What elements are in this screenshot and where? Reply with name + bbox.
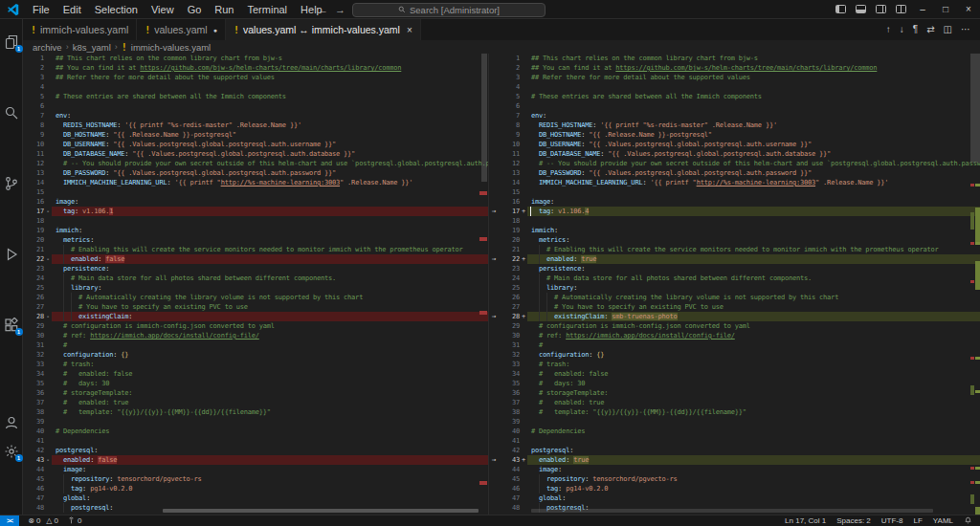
vertical-scrollbar[interactable]: [970, 54, 980, 163]
menu-run[interactable]: Run: [208, 4, 240, 15]
code-line-content[interactable]: image:: [52, 197, 488, 207]
code-line-content[interactable]: # configuration is immich-config.json co…: [527, 321, 980, 331]
code-line-content[interactable]: [52, 82, 488, 92]
code-line-content[interactable]: # enabled: true: [52, 398, 488, 407]
cursor-position[interactable]: Ln 17, Col 1: [785, 516, 826, 525]
toggle-panel-icon[interactable]: [856, 5, 866, 13]
remote-indicator[interactable]: ><: [0, 515, 19, 526]
code-line-content[interactable]: # Main data store for all photos shared …: [527, 274, 980, 283]
menu-view[interactable]: View: [145, 4, 181, 15]
menu-file[interactable]: File: [26, 4, 56, 15]
code-line-content[interactable]: [527, 101, 980, 111]
code-line-content[interactable]: # You have to specify an existing PVC to…: [527, 302, 980, 312]
breadcrumb-item-immich-values.yaml[interactable]: immich-values.yaml: [131, 42, 211, 53]
code-line-content[interactable]: enabled: false: [52, 455, 488, 465]
revert-change-arrow-icon[interactable]: →: [489, 207, 499, 216]
code-line-content[interactable]: DB_PASSWORD: "{{ .Values.postgresql.glob…: [52, 168, 488, 178]
close-window-button[interactable]: ×: [957, 4, 980, 14]
code-line-content[interactable]: existingClaim:: [52, 312, 488, 321]
ports-status[interactable]: 0: [67, 516, 81, 525]
code-line-content[interactable]: # Main data store for all photos shared …: [52, 274, 488, 283]
code-line-content[interactable]: [52, 187, 488, 197]
customize-layout-icon[interactable]: [896, 5, 906, 13]
code-line-content[interactable]: # Dependencies: [527, 427, 980, 436]
activity-source-control[interactable]: [4, 176, 19, 191]
activity-run-and-debug[interactable]: [4, 247, 19, 262]
revert-change-arrow-icon[interactable]: →: [489, 455, 499, 465]
code-line-content[interactable]: tag: v1.106.4: [527, 207, 980, 216]
code-line-content[interactable]: tag: pg14-v0.2.0: [52, 484, 488, 493]
code-line-content[interactable]: # -- You should provide your own secret …: [52, 159, 488, 168]
code-line-content[interactable]: ## This chart relies on the common libra…: [52, 54, 488, 63]
code-line-content[interactable]: [52, 101, 488, 111]
code-line-content[interactable]: enabled: true: [527, 455, 980, 465]
code-line-content[interactable]: enabled: true: [527, 254, 980, 264]
code-line-content[interactable]: persistence:: [527, 264, 980, 274]
code-line-content[interactable]: configuration: {}: [52, 350, 488, 360]
code-line-content[interactable]: REDIS_HOSTNAME: '{{ printf "%s-redis-mas…: [527, 121, 980, 130]
code-line-content[interactable]: persistence:: [52, 264, 488, 274]
code-line-content[interactable]: # -- You should provide your own secret …: [527, 159, 980, 168]
code-line-content[interactable]: DB_USERNAME: "{{ .Values.postgresql.glob…: [52, 140, 488, 149]
code-line-content[interactable]: #: [527, 340, 980, 350]
previous-change-icon[interactable]: ↑: [886, 19, 891, 40]
code-line-content[interactable]: DB_HOSTNAME: "{{ .Release.Name }}-postgr…: [527, 130, 980, 140]
code-line-content[interactable]: ## You can find it at https://github.com…: [527, 63, 980, 73]
menu-terminal[interactable]: Terminal: [241, 4, 295, 15]
code-line-content[interactable]: # Enabling this will create the service …: [527, 245, 980, 254]
code-line-content[interactable]: image:: [527, 465, 980, 474]
code-line-content[interactable]: # trash:: [527, 360, 980, 369]
code-line-content[interactable]: # trash:: [52, 360, 488, 369]
code-line-content[interactable]: repository: tensorchord/pgvecto-rs: [52, 474, 488, 484]
activity-search[interactable]: [4, 105, 19, 121]
activity-accounts[interactable]: [4, 415, 19, 430]
code-line-content[interactable]: # ref: https://immich.app/docs/install/c…: [527, 331, 980, 340]
vertical-scrollbar[interactable]: [481, 54, 487, 182]
code-line-content[interactable]: # ref: https://immich.app/docs/install/c…: [52, 331, 488, 340]
code-line-content[interactable]: tag: v1.106.1: [52, 207, 488, 216]
code-line-content[interactable]: DB_DATABASE_NAME: "{{ .Values.postgresql…: [52, 149, 488, 159]
code-line-content[interactable]: [527, 187, 980, 197]
code-line-content[interactable]: # Dependencies: [52, 427, 488, 436]
code-line-content[interactable]: ## Refer there for more detail about the…: [527, 73, 980, 82]
code-line-content[interactable]: [52, 417, 488, 427]
code-line-content[interactable]: # These entries are shared between all t…: [527, 92, 980, 101]
code-line-content[interactable]: immich:: [52, 226, 488, 235]
activity-settings[interactable]: 1: [4, 444, 19, 459]
code-line-content[interactable]: library:: [52, 283, 488, 293]
code-line-content[interactable]: [52, 436, 488, 446]
code-line-content[interactable]: ## Refer there for more detail about the…: [52, 73, 488, 82]
code-line-content[interactable]: existingClaim: smb-truenas-photo: [527, 312, 980, 321]
tab-values-yaml-immich-values-yaml[interactable]: !values.yaml ↔ immich-values.yaml×: [226, 19, 421, 40]
code-line-content[interactable]: tag: pg14-v0.2.0: [527, 484, 980, 493]
code-line-content[interactable]: metrics:: [52, 235, 488, 245]
activity-extensions[interactable]: 1: [4, 318, 19, 333]
toggle-secondary-sidebar-icon[interactable]: [876, 5, 886, 13]
menu-go[interactable]: Go: [181, 4, 209, 15]
back-icon[interactable]: ←: [318, 2, 328, 17]
code-line-content[interactable]: [527, 436, 980, 446]
code-line-content[interactable]: ## You can find it at https://github.com…: [52, 63, 488, 73]
language-mode[interactable]: YAML: [933, 516, 953, 525]
code-line-content[interactable]: library:: [527, 283, 980, 293]
menu-selection[interactable]: Selection: [88, 4, 145, 15]
code-line-content[interactable]: IMMICH_MACHINE_LEARNING_URL: '{{ printf …: [527, 178, 980, 187]
code-line-content[interactable]: DB_USERNAME: "{{ .Values.postgresql.glob…: [527, 140, 980, 149]
code-line-content[interactable]: # These entries are shared between all t…: [52, 92, 488, 101]
code-line-content[interactable]: # storageTemplate:: [52, 388, 488, 398]
eol-status[interactable]: LF: [913, 516, 922, 525]
code-line-content[interactable]: IMMICH_MACHINE_LEARNING_URL: '{{ printf …: [52, 178, 488, 187]
activity-explorer[interactable]: 1: [4, 34, 19, 50]
toggle-whitespace-icon[interactable]: ¶: [913, 19, 918, 40]
more-actions-icon[interactable]: ⋯: [961, 19, 970, 40]
encoding-status[interactable]: UTF-8: [881, 516, 903, 525]
code-line-content[interactable]: [527, 417, 980, 427]
code-line-content[interactable]: postgresql:: [527, 446, 980, 455]
code-line-content[interactable]: # configuration is immich-config.json co…: [52, 321, 488, 331]
code-line-content[interactable]: # Automatically creating the library vol…: [527, 293, 980, 302]
code-line-content[interactable]: [527, 82, 980, 92]
revert-change-arrow-icon[interactable]: →: [489, 312, 499, 321]
code-line-content[interactable]: # template: "{{y}}/{{y}}-{{MM}}-{{dd}}/{…: [52, 407, 488, 417]
code-line-content[interactable]: # enabled: true: [527, 398, 980, 407]
code-line-content[interactable]: DB_HOSTNAME: "{{ .Release.Name }}-postgr…: [52, 130, 488, 140]
